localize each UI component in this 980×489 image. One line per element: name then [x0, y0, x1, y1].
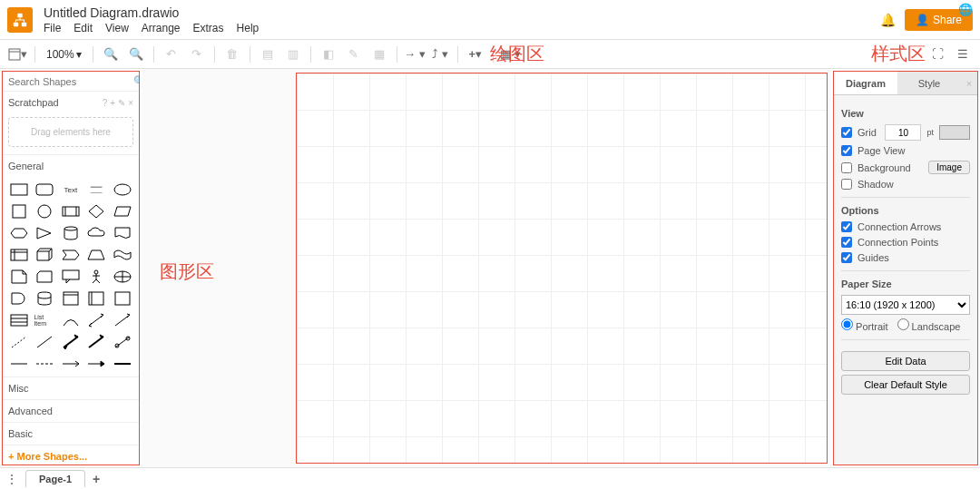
- shape-container2[interactable]: [85, 289, 107, 308]
- undo-button[interactable]: ↶: [160, 43, 183, 66]
- page-tab-1[interactable]: Page-1: [25, 470, 85, 487]
- page-setup-button[interactable]: ▾: [5, 43, 29, 66]
- search-shapes-input[interactable]: [8, 76, 133, 87]
- redo-button[interactable]: ↷: [185, 43, 209, 66]
- fill-color-button[interactable]: ◧: [317, 43, 340, 66]
- shape-square[interactable]: [8, 202, 30, 220]
- shadow-checkbox[interactable]: [841, 179, 852, 190]
- shape-datastore[interactable]: [34, 289, 55, 308]
- format-panel-button[interactable]: ☰: [951, 43, 975, 66]
- shape-hline5[interactable]: [112, 355, 133, 373]
- section-basic[interactable]: Basic: [3, 422, 139, 445]
- shape-list[interactable]: [8, 311, 30, 329]
- fullscreen-button[interactable]: ⛶: [926, 43, 949, 66]
- section-advanced[interactable]: Advanced: [3, 399, 139, 422]
- waypoint-button[interactable]: ⤴ ▾: [428, 43, 452, 66]
- shape-roundrect[interactable]: [34, 181, 55, 199]
- shape-diamond[interactable]: [85, 202, 107, 220]
- scratchpad-drop-zone[interactable]: Drag elements here: [8, 117, 133, 147]
- section-misc[interactable]: Misc: [3, 377, 139, 399]
- clear-style-button[interactable]: Clear Default Style: [841, 375, 970, 395]
- shape-listitem[interactable]: List Item: [34, 311, 55, 329]
- shape-process[interactable]: [60, 202, 82, 220]
- guides-checkbox[interactable]: [841, 252, 852, 263]
- shape-tape[interactable]: [112, 246, 133, 264]
- shape-curve[interactable]: [60, 311, 82, 329]
- shape-text[interactable]: Text: [60, 181, 82, 199]
- shape-heading[interactable]: ═══───: [85, 181, 107, 199]
- background-image-button[interactable]: Image: [928, 161, 970, 174]
- shape-bidir-thick[interactable]: [60, 333, 82, 351]
- shape-cylinder[interactable]: [60, 224, 82, 242]
- conn-points-checkbox[interactable]: [841, 237, 852, 248]
- scratchpad-edit-icon[interactable]: ✎: [118, 98, 125, 108]
- pages-menu-icon[interactable]: ⋮: [5, 472, 18, 486]
- shape-hline1[interactable]: [8, 355, 30, 373]
- bell-icon[interactable]: 🔔: [880, 13, 896, 27]
- drawing-canvas[interactable]: [296, 73, 828, 464]
- menu-help[interactable]: Help: [237, 22, 260, 34]
- to-back-button[interactable]: ▥: [281, 43, 305, 66]
- delete-button[interactable]: 🗑: [220, 43, 244, 66]
- tab-diagram[interactable]: Diagram: [834, 72, 897, 94]
- shape-card[interactable]: [34, 268, 55, 286]
- connection-button[interactable]: → ▾: [403, 43, 426, 66]
- menu-view[interactable]: View: [105, 22, 129, 34]
- scratchpad-help-icon[interactable]: ?: [103, 98, 108, 108]
- grid-size-input[interactable]: [885, 124, 921, 141]
- shape-hline4[interactable]: [85, 355, 107, 373]
- pageview-checkbox[interactable]: [841, 145, 852, 156]
- shape-cube[interactable]: [34, 246, 55, 264]
- shape-actor[interactable]: [85, 268, 107, 286]
- shape-callout[interactable]: [60, 268, 82, 286]
- tab-style[interactable]: Style: [897, 72, 961, 94]
- shadow-button[interactable]: ▦: [368, 43, 391, 66]
- insert-button[interactable]: + ▾: [464, 43, 487, 66]
- language-icon[interactable]: 🌐: [958, 3, 973, 16]
- zoom-select[interactable]: 100% ▾: [41, 48, 87, 61]
- edit-data-button[interactable]: Edit Data: [841, 351, 970, 371]
- line-color-button[interactable]: ✎: [342, 43, 366, 66]
- shape-arrow[interactable]: [112, 311, 133, 329]
- shape-parallelogram[interactable]: [112, 202, 133, 220]
- shape-triangle[interactable]: [34, 224, 55, 242]
- shape-link[interactable]: [112, 333, 133, 351]
- menu-arrange[interactable]: Arrange: [142, 22, 181, 34]
- shape-container3[interactable]: [112, 289, 133, 308]
- zoom-out-button[interactable]: 🔍: [124, 43, 148, 66]
- shape-ellipse[interactable]: [112, 181, 133, 199]
- shape-thick-arrow[interactable]: [85, 333, 107, 351]
- table-button[interactable]: ▦ ▾: [499, 43, 523, 66]
- landscape-radio[interactable]: [897, 318, 909, 330]
- grid-checkbox[interactable]: [841, 127, 852, 138]
- section-general[interactable]: General: [3, 154, 139, 177]
- shape-trapezoid[interactable]: [85, 246, 107, 264]
- menu-edit[interactable]: Edit: [74, 22, 93, 34]
- shape-step[interactable]: [60, 246, 82, 264]
- shape-note[interactable]: [8, 268, 30, 286]
- menu-extras[interactable]: Extras: [193, 22, 224, 34]
- to-front-button[interactable]: ▤: [256, 43, 279, 66]
- search-icon[interactable]: 🔍: [133, 75, 140, 87]
- shape-hline2[interactable]: [34, 355, 55, 373]
- add-page-button[interactable]: +: [93, 472, 100, 486]
- menu-file[interactable]: File: [44, 22, 61, 34]
- shape-rect[interactable]: [8, 181, 30, 199]
- tab-close-icon[interactable]: ×: [961, 72, 977, 94]
- zoom-in-button[interactable]: 🔍: [99, 43, 122, 66]
- portrait-option[interactable]: Portrait: [841, 318, 888, 332]
- shape-container[interactable]: [60, 289, 82, 308]
- conn-arrows-checkbox[interactable]: [841, 221, 852, 232]
- shape-cloud[interactable]: [85, 224, 107, 242]
- shape-line[interactable]: [34, 333, 55, 351]
- portrait-radio[interactable]: [841, 318, 853, 330]
- grid-color-swatch[interactable]: [939, 125, 970, 140]
- shape-circle[interactable]: [34, 202, 55, 220]
- paper-size-select[interactable]: 16:10 (1920 x 1200): [841, 295, 970, 315]
- shape-bidir-arrow[interactable]: [85, 311, 107, 329]
- shape-dashline[interactable]: [8, 333, 30, 351]
- background-checkbox[interactable]: [841, 162, 852, 173]
- landscape-option[interactable]: Landscape: [897, 318, 961, 332]
- shape-document[interactable]: [112, 224, 133, 242]
- scratchpad-add-icon[interactable]: +: [110, 98, 115, 108]
